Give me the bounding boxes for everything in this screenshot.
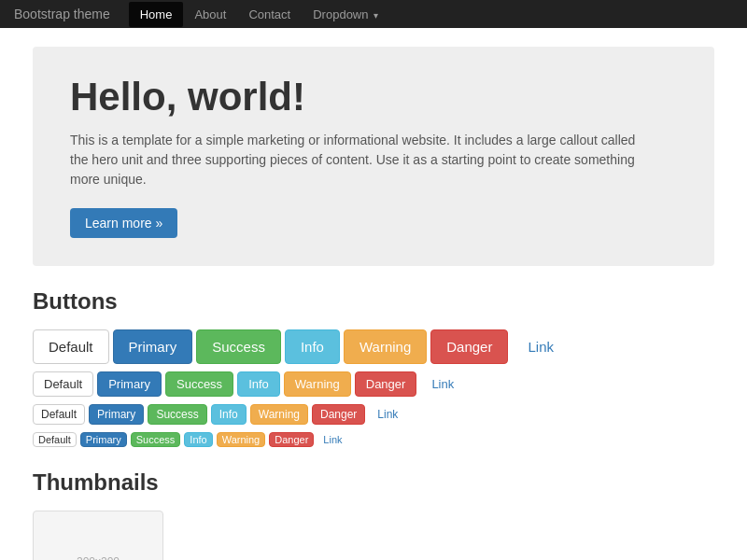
buttons-row-large: Default Primary Success Info Warning Dan… [33,329,714,364]
btn-warning-xs[interactable]: Warning [217,432,266,447]
btn-danger-lg[interactable]: Danger [430,329,508,364]
hero-heading: Hello, world! [70,75,677,119]
buttons-row-xsmall: Default Primary Success Info Warning Dan… [33,432,714,447]
btn-link-xs[interactable]: Link [317,432,347,447]
nav-item-dropdown[interactable]: Dropdown ▾ [302,2,389,27]
btn-warning-sm[interactable]: Warning [250,404,308,425]
btn-primary-lg[interactable]: Primary [113,329,193,364]
nav-item-home[interactable]: Home [129,2,184,27]
buttons-section-title: Buttons [33,288,714,315]
btn-info-xs[interactable]: Info [184,432,212,447]
buttons-section: Buttons Default Primary Success Info War… [33,288,714,447]
btn-success-md[interactable]: Success [165,371,233,397]
btn-default-xs[interactable]: Default [33,432,77,447]
btn-info-sm[interactable]: Info [211,404,247,425]
btn-primary-xs[interactable]: Primary [80,432,127,447]
btn-default-lg[interactable]: Default [33,329,109,364]
btn-link-md[interactable]: Link [420,371,465,397]
nav-item-contact[interactable]: Contact [237,2,302,27]
btn-success-sm[interactable]: Success [148,404,206,425]
main-content: Hello, world! This is a template for a s… [19,28,728,560]
btn-default-md[interactable]: Default [33,371,93,397]
hero-description: This is a template for a simple marketin… [70,131,649,189]
btn-warning-md[interactable]: Warning [284,371,351,397]
btn-success-xs[interactable]: Success [131,432,181,447]
btn-success-lg[interactable]: Success [196,329,281,364]
dropdown-arrow-icon: ▾ [374,10,378,21]
thumbnails-section: Thumbnails 200x200 [33,469,714,560]
nav-item-about[interactable]: About [183,2,237,27]
btn-warning-lg[interactable]: Warning [344,329,427,364]
learn-more-button[interactable]: Learn more » [70,208,177,238]
btn-primary-md[interactable]: Primary [97,371,162,397]
nav-link-about[interactable]: About [183,2,237,27]
btn-info-lg[interactable]: Info [285,329,340,364]
btn-link-sm[interactable]: Link [369,404,406,425]
btn-danger-md[interactable]: Danger [355,371,417,397]
thumbnails-section-title: Thumbnails [33,469,714,496]
navbar-nav: Home About Contact Dropdown ▾ [129,2,389,27]
btn-danger-sm[interactable]: Danger [312,404,365,425]
buttons-row-medium: Default Primary Success Info Warning Dan… [33,371,714,397]
btn-default-sm[interactable]: Default [33,404,85,425]
thumbnail-item[interactable]: 200x200 [33,511,163,560]
nav-link-dropdown[interactable]: Dropdown ▾ [302,2,389,27]
btn-primary-sm[interactable]: Primary [89,404,144,425]
btn-link-lg[interactable]: Link [512,329,570,364]
jumbotron: Hello, world! This is a template for a s… [33,47,714,266]
navbar-brand[interactable]: Bootstrap theme [14,7,110,21]
nav-link-home[interactable]: Home [129,2,184,27]
buttons-row-small: Default Primary Success Info Warning Dan… [33,404,714,425]
thumbnail-label: 200x200 [77,555,120,560]
nav-link-contact[interactable]: Contact [237,2,302,27]
btn-danger-xs[interactable]: Danger [269,432,314,447]
btn-info-md[interactable]: Info [237,371,280,397]
navbar: Bootstrap theme Home About Contact Dropd… [0,0,747,28]
